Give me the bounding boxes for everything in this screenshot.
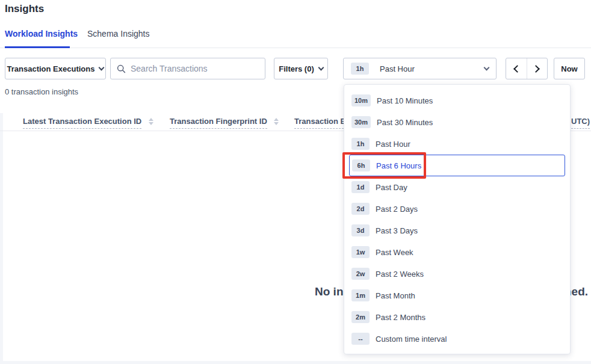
active-tab-underline: [5, 46, 70, 48]
time-step-back-button[interactable]: [506, 58, 527, 79]
time-option-past-2-months[interactable]: 2m Past 2 Months: [349, 306, 565, 328]
time-interval-select[interactable]: 1h Past Hour: [343, 58, 497, 79]
filters-button[interactable]: Filters (0): [274, 58, 328, 79]
time-step-forward-button[interactable]: [527, 58, 548, 79]
tab-schema-insights-label: Schema Insights: [87, 29, 150, 39]
sort-icon[interactable]: [149, 118, 153, 125]
time-option-badge: 2d: [351, 203, 370, 215]
workload-type-select[interactable]: Transaction Executions: [5, 58, 106, 79]
time-option-custom-time-interval[interactable]: -- Custom time interval: [349, 328, 565, 350]
time-option-past-6-hours[interactable]: 6h Past 6 Hours: [349, 155, 565, 176]
tab-workload-insights-label: Workload Insights: [5, 29, 78, 39]
time-option-badge: 1m: [351, 289, 370, 301]
column-header-transaction-execution-truncated[interactable]: Transaction Ex: [294, 117, 350, 126]
page-title: Insights: [5, 3, 44, 15]
tab-schema-insights[interactable]: Schema Insights: [87, 29, 150, 39]
chevron-down-icon: [318, 65, 324, 71]
chevron-left-icon: [513, 65, 521, 73]
time-option-past-hour[interactable]: 1h Past Hour: [349, 133, 565, 155]
time-interval-badge: 1h: [351, 63, 369, 75]
time-option-past-week[interactable]: 1w Past Week: [349, 241, 565, 263]
chevron-down-icon: [99, 65, 105, 71]
time-option-badge: 1d: [351, 181, 370, 193]
page-bottom-edge: [0, 361, 591, 364]
insights-count: 0 transaction insights: [5, 87, 78, 96]
time-option-past-10-minutes[interactable]: 10m Past 10 Minutes: [349, 90, 565, 111]
tabs-divider: [0, 48, 591, 48]
now-button[interactable]: Now: [554, 58, 585, 79]
search-icon: [117, 64, 126, 73]
column-header-utc-truncated[interactable]: UTC): [571, 117, 590, 126]
filters-button-label: Filters (0): [279, 64, 314, 73]
empty-state-text-fragment: No in: [315, 285, 344, 298]
tab-workload-insights[interactable]: Workload Insights: [5, 29, 78, 39]
time-option-badge: 1h: [351, 138, 370, 150]
table-left-edge: [0, 113, 3, 361]
time-interval-dropdown: 10m Past 10 Minutes 30m Past 30 Minutes …: [344, 84, 571, 354]
search-input[interactable]: [131, 64, 259, 73]
time-step-control: [506, 58, 548, 79]
search-box[interactable]: [110, 58, 265, 79]
time-option-past-2-days[interactable]: 2d Past 2 Days: [349, 198, 565, 220]
column-header-transaction-fingerprint-id[interactable]: Transaction Fingerprint ID: [170, 117, 267, 126]
now-button-label: Now: [561, 64, 577, 73]
time-option-badge: 6h: [352, 159, 370, 171]
time-option-badge: --: [351, 333, 370, 345]
column-header-latest-transaction-execution-id[interactable]: Latest Transaction Execution ID: [23, 117, 141, 126]
time-option-past-day[interactable]: 1d Past Day: [349, 176, 565, 198]
time-option-past-30-minutes[interactable]: 30m Past 30 Minutes: [349, 111, 565, 133]
time-option-past-month[interactable]: 1m Past Month: [349, 285, 565, 306]
sort-icon[interactable]: [274, 118, 279, 125]
time-option-badge: 10m: [351, 94, 371, 106]
time-option-badge: 3d: [351, 224, 370, 236]
time-option-badge: 2m: [351, 311, 370, 323]
chevron-down-icon: [484, 65, 490, 71]
workload-type-select-label: Transaction Executions: [7, 64, 95, 73]
time-option-badge: 1w: [351, 246, 370, 258]
time-interval-label: Past Hour: [380, 64, 415, 73]
chevron-right-icon: [532, 65, 540, 73]
time-option-badge: 2w: [351, 268, 370, 280]
time-option-badge: 30m: [351, 116, 371, 128]
time-option-past-2-weeks[interactable]: 2w Past 2 Weeks: [349, 263, 565, 285]
time-option-past-3-days[interactable]: 3d Past 3 Days: [349, 220, 565, 241]
